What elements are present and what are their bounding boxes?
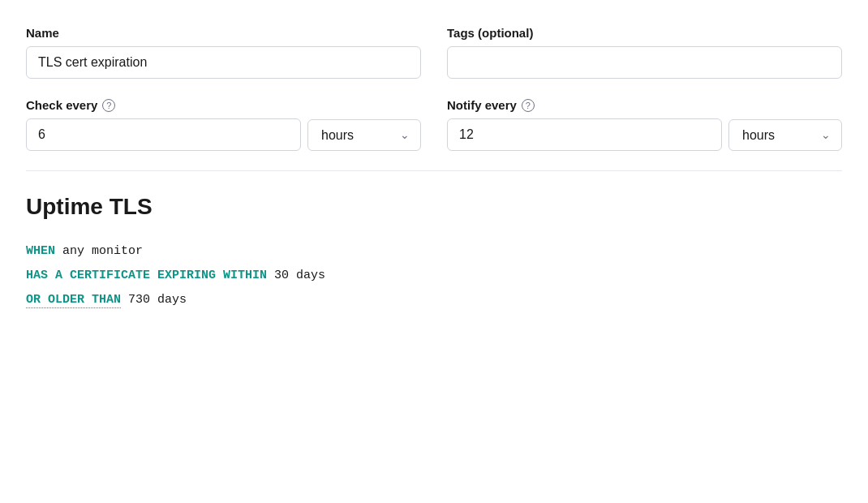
section-divider [26, 170, 842, 171]
or-keyword: OR OLDER THAN [26, 293, 121, 308]
when-keyword: WHEN [26, 244, 55, 258]
notify-every-group: Notify every ? minutes hours days ⌄ [447, 98, 842, 151]
condition-block: WHEN any monitor HAS A CERTIFICATE EXPIR… [26, 239, 842, 312]
has-keyword: HAS A CERTIFICATE EXPIRING WITHIN [26, 269, 267, 282]
tags-label: Tags (optional) [447, 26, 842, 40]
notify-every-unit-select[interactable]: minutes hours days [728, 119, 842, 151]
name-label: Name [26, 26, 421, 40]
check-every-unit-select[interactable]: minutes hours days [307, 119, 421, 151]
name-group: Name [26, 26, 421, 79]
check-every-number-input[interactable] [26, 118, 301, 151]
name-tags-row: Name Tags (optional) [26, 26, 842, 79]
notify-every-help-icon[interactable]: ? [522, 99, 535, 112]
tags-input[interactable] [447, 46, 842, 79]
section-title: Uptime TLS [26, 194, 842, 220]
notify-every-unit-wrapper: minutes hours days ⌄ [728, 118, 842, 151]
check-notify-row: Check every ? minutes hours days ⌄ Notif… [26, 98, 842, 151]
name-input[interactable] [26, 46, 421, 79]
has-text: 30 days [267, 269, 325, 282]
condition-or-line: OR OLDER THAN 730 days [26, 288, 842, 312]
check-every-group: Check every ? minutes hours days ⌄ [26, 98, 421, 151]
when-text: any monitor [55, 244, 143, 258]
notify-every-controls: minutes hours days ⌄ [447, 118, 842, 151]
check-every-label: Check every ? [26, 98, 421, 112]
condition-has-line: HAS A CERTIFICATE EXPIRING WITHIN 30 day… [26, 264, 842, 288]
tags-group: Tags (optional) [447, 26, 842, 79]
check-every-controls: minutes hours days ⌄ [26, 118, 421, 151]
notify-every-label: Notify every ? [447, 98, 842, 112]
check-every-unit-wrapper: minutes hours days ⌄ [307, 118, 421, 151]
notify-every-number-input[interactable] [447, 118, 722, 151]
or-text: 730 days [121, 293, 187, 307]
check-every-help-icon[interactable]: ? [102, 99, 115, 112]
condition-when-line: WHEN any monitor [26, 239, 842, 264]
